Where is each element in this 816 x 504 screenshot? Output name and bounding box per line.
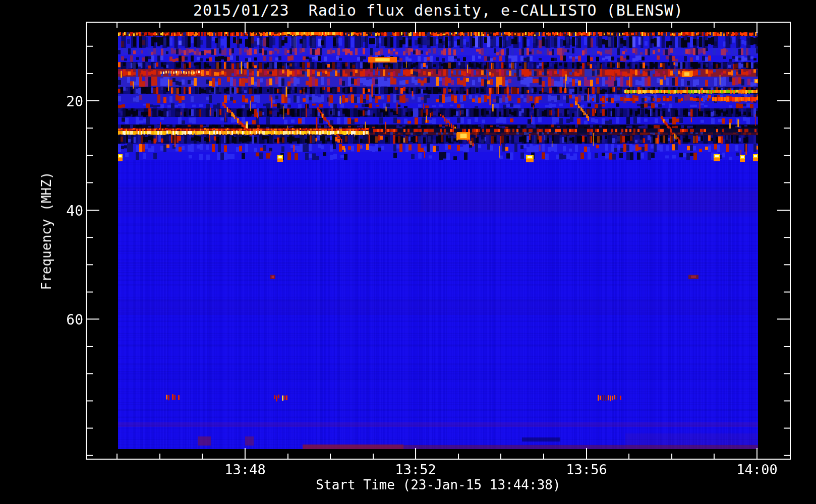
x-tick-label-1348: 13:48 [210, 462, 280, 478]
x-axis-title: Start Time (23-Jan-15 13:44:38) [86, 477, 790, 492]
y-tick-label-20: 20 [43, 94, 83, 110]
spectrogram-figure: 2015/01/23 Radio flux density, e-CALLIST… [0, 0, 816, 504]
x-tick-label-1356: 13:56 [551, 462, 622, 478]
axes-layer [0, 0, 816, 504]
x-tick-label-1352: 13:52 [380, 462, 451, 478]
x-tick-label-1400: 14:00 [722, 462, 792, 478]
y-axis-title: Frequency (MHZ) [39, 172, 54, 290]
y-tick-label-60: 60 [43, 312, 83, 328]
